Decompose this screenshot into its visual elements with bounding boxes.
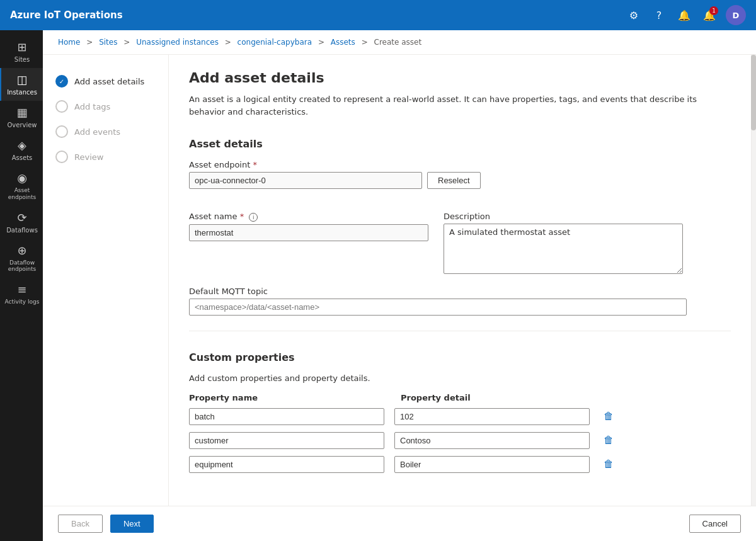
avatar[interactable]: D — [726, 5, 746, 25]
asset-details-section-title: Asset details — [189, 133, 731, 150]
breadcrumb-sites[interactable]: Sites — [99, 38, 117, 47]
step-label-1: Add asset details — [74, 77, 144, 86]
asset-endpoints-icon: ◉ — [17, 171, 27, 185]
breadcrumb-current: Create asset — [374, 38, 422, 47]
delete-prop-0[interactable]: 🗑 — [600, 407, 617, 425]
sidebar-item-activity-logs[interactable]: ≡ Activity logs — [0, 278, 43, 310]
breadcrumb-unassigned[interactable]: Unassigned instances — [136, 38, 219, 47]
instances-icon: ◫ — [16, 73, 27, 86]
breadcrumb-sep-1: > — [86, 38, 93, 47]
page-description: An asset is a logical entity created to … — [189, 93, 706, 118]
prop-detail-input-2[interactable] — [394, 456, 590, 473]
sidebar-item-dataflows[interactable]: ⟳ Dataflows — [0, 206, 43, 239]
activity-logs-icon: ≡ — [17, 283, 26, 296]
breadcrumb-sep-2: > — [123, 38, 130, 47]
property-name-col-header: Property name — [189, 393, 391, 402]
form-area: Add asset details An asset is a logical … — [169, 55, 751, 506]
topbar: Azure IoT Operations ⚙ ? 🔔 🔔 1 D — [0, 0, 756, 30]
asset-name-label: Asset name * i — [189, 212, 428, 222]
sidebar-label-dataflows: Dataflows — [6, 227, 38, 234]
breadcrumb-assets[interactable]: Assets — [331, 38, 355, 47]
sidebar-item-assets[interactable]: ◈ Assets — [0, 134, 43, 166]
name-description-row: Asset name * i Description — [189, 212, 731, 274]
step-review[interactable]: Review — [53, 145, 158, 168]
step-label-4: Review — [74, 152, 103, 162]
breadcrumb: Home > Sites > Unassigned instances > co… — [43, 30, 756, 55]
prop-name-input-1[interactable] — [189, 432, 384, 449]
sidebar-label-sites: Sites — [14, 56, 30, 63]
asset-endpoint-input[interactable] — [189, 172, 422, 189]
sidebar-label-instances: Instances — [7, 89, 37, 96]
help-icon[interactable]: ? — [648, 4, 670, 26]
step-add-asset-details[interactable]: ✓ Add asset details — [53, 70, 158, 93]
description-group: Description — [444, 212, 683, 274]
delete-prop-2[interactable]: 🗑 — [600, 455, 617, 473]
step-label-2: Add tags — [74, 102, 110, 111]
required-star-name: * — [240, 212, 244, 221]
sidebar-item-overview[interactable]: ▦ Overview — [0, 101, 43, 134]
breadcrumb-capybara[interactable]: congenial-capybara — [238, 38, 312, 47]
prop-detail-input-0[interactable] — [394, 408, 590, 425]
endpoint-row: Reselect — [189, 172, 731, 189]
mqtt-topic-input[interactable] — [189, 299, 687, 316]
breadcrumb-home[interactable]: Home — [58, 38, 80, 47]
asset-name-group: Asset name * i — [189, 212, 428, 241]
page-title: Add asset details — [189, 70, 731, 86]
sidebar-label-assets: Assets — [12, 154, 33, 161]
main-layout: ⊞ Sites ◫ Instances ▦ Overview ◈ Assets … — [0, 30, 756, 541]
prop-row-1: 🗑 — [189, 431, 731, 449]
asset-name-input[interactable] — [189, 224, 428, 241]
step-circle-1: ✓ — [55, 75, 68, 88]
settings-icon[interactable]: ⚙ — [622, 4, 645, 26]
scroll-indicator — [751, 55, 756, 506]
delete-prop-1[interactable]: 🗑 — [600, 431, 617, 449]
custom-props-description: Add custom properties and property detai… — [189, 373, 731, 383]
reselect-button[interactable]: Reselect — [427, 172, 481, 189]
notifications-icon[interactable]: 🔔 — [673, 4, 696, 26]
breadcrumb-sep-5: > — [362, 38, 368, 47]
mqtt-topic-label: Default MQTT topic — [189, 287, 687, 296]
page-body: ✓ Add asset details Add tags Add events … — [43, 55, 756, 506]
asset-endpoint-group: Asset endpoint * Reselect — [189, 160, 731, 202]
prop-detail-input-1[interactable] — [394, 432, 590, 449]
sidebar-label-overview: Overview — [7, 122, 37, 128]
topbar-icons: ⚙ ? 🔔 🔔 1 D — [622, 4, 746, 26]
prop-row-2: 🗑 — [189, 455, 731, 473]
sidebar-label-activity-logs: Activity logs — [5, 299, 40, 305]
breadcrumb-sep-3: > — [225, 38, 231, 47]
prop-row-0: 🗑 — [189, 407, 731, 425]
breadcrumb-sep-4: > — [318, 38, 324, 47]
prop-name-input-0[interactable] — [189, 408, 384, 425]
steps-sidebar: ✓ Add asset details Add tags Add events … — [43, 55, 169, 506]
cancel-button[interactable]: Cancel — [689, 515, 741, 533]
asset-endpoint-label: Asset endpoint * — [189, 160, 731, 169]
sidebar-label-dataflow-endpoints: Dataflow endpoints — [4, 259, 40, 273]
props-header-row: Property name Property detail — [189, 393, 731, 402]
sidebar: ⊞ Sites ◫ Instances ▦ Overview ◈ Assets … — [0, 30, 43, 541]
assets-icon: ◈ — [18, 139, 26, 152]
sites-icon: ⊞ — [17, 40, 26, 54]
back-button: Back — [58, 515, 103, 533]
step-add-tags[interactable]: Add tags — [53, 95, 158, 118]
next-button[interactable]: Next — [110, 515, 154, 533]
sidebar-item-dataflow-endpoints[interactable]: ⊕ Dataflow endpoints — [0, 239, 43, 278]
sidebar-item-instances[interactable]: ◫ Instances — [0, 68, 43, 101]
content-area: Home > Sites > Unassigned instances > co… — [43, 30, 756, 541]
step-circle-3 — [55, 125, 68, 138]
section-divider — [189, 331, 731, 331]
property-detail-col-header: Property detail — [401, 393, 602, 402]
step-label-3: Add events — [74, 127, 120, 137]
alert-badge: 1 — [709, 6, 718, 15]
required-star-endpoint: * — [253, 160, 257, 169]
dataflow-endpoints-icon: ⊕ — [17, 244, 26, 257]
alerts-icon[interactable]: 🔔 1 — [698, 4, 721, 26]
sidebar-item-asset-endpoints[interactable]: ◉ Asset endpoints — [0, 166, 43, 206]
prop-name-input-2[interactable] — [189, 456, 384, 473]
sidebar-item-sites[interactable]: ⊞ Sites — [0, 35, 43, 68]
step-add-events[interactable]: Add events — [53, 120, 158, 143]
step-circle-2 — [55, 100, 68, 113]
description-label: Description — [444, 212, 683, 221]
step-circle-4 — [55, 151, 68, 163]
description-textarea[interactable] — [444, 224, 683, 274]
info-icon[interactable]: i — [249, 213, 258, 222]
